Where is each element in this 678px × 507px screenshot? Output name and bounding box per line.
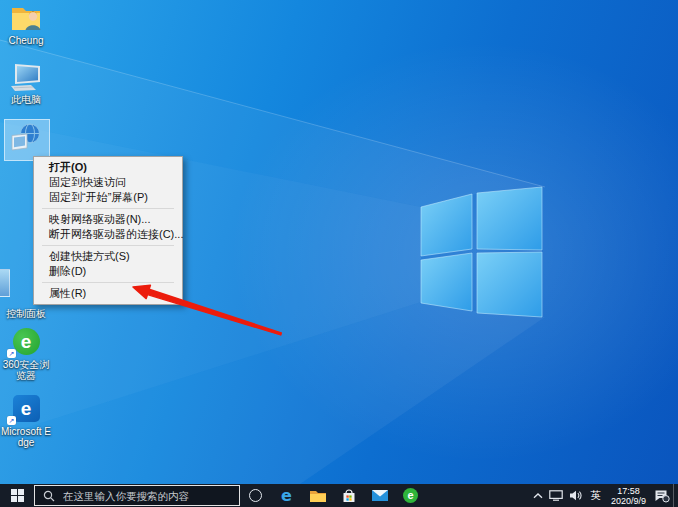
menu-separator xyxy=(42,208,174,209)
microsoft-edge-icon: e ↗ xyxy=(9,394,43,424)
tray-ime-indicator[interactable]: 英 xyxy=(585,484,606,507)
menu-item-delete[interactable]: 删除(D) xyxy=(34,264,182,279)
action-center-icon xyxy=(654,489,670,503)
context-menu: 打开(O) 固定到快速访问 固定到“开始”屏幕(P) 映射网络驱动器(N)...… xyxy=(33,156,183,305)
menu-separator xyxy=(42,245,174,246)
menu-item-pin-quick-access[interactable]: 固定到快速访问 xyxy=(34,175,182,190)
menu-item-map-network-drive[interactable]: 映射网络驱动器(N)... xyxy=(34,212,182,227)
tray-volume-button[interactable] xyxy=(566,484,585,507)
desktop-icon-this-pc[interactable]: 此电脑 xyxy=(0,62,52,105)
360-browser-icon: e xyxy=(403,488,418,503)
tray-show-hidden-icons[interactable] xyxy=(530,484,546,507)
start-button[interactable] xyxy=(0,484,34,507)
file-explorer-icon xyxy=(309,489,327,503)
edge-icon: e xyxy=(281,488,292,504)
windows-logo-icon xyxy=(11,489,24,502)
desktop-icon-control-panel[interactable]: 控制面板 xyxy=(0,306,52,319)
windows-desktop-screen: Cheung 此电脑 xyxy=(0,0,678,507)
desktop-icon-network[interactable] xyxy=(0,122,52,154)
taskbar-mail-button[interactable] xyxy=(364,484,395,507)
desktop-icon-360-browser[interactable]: e ↗ 360安全浏览器 xyxy=(0,327,52,381)
menu-item-disconnect-network-drive[interactable]: 断开网络驱动器的连接(C)... xyxy=(34,227,182,242)
network-status-icon xyxy=(549,490,563,501)
desktop-icon-label: 360安全浏览器 xyxy=(0,359,52,381)
tray-clock[interactable]: 17:58 2020/9/9 xyxy=(606,486,651,506)
system-tray: 英 17:58 2020/9/9 xyxy=(530,484,678,507)
tray-time: 17:58 xyxy=(611,486,646,496)
search-icon xyxy=(43,490,55,502)
taskbar-cortana-button[interactable] xyxy=(240,484,271,507)
desktop-icon-label: 此电脑 xyxy=(11,94,41,105)
taskbar-store-button[interactable] xyxy=(333,484,364,507)
menu-item-create-shortcut[interactable]: 创建快捷方式(S) xyxy=(34,249,182,264)
chevron-up-icon xyxy=(533,493,543,499)
cortana-icon xyxy=(249,489,262,502)
desktop-icon-microsoft-edge[interactable]: e ↗ Microsoft Edge xyxy=(0,394,52,448)
mail-icon xyxy=(371,489,389,502)
desktop-icon-user-folder[interactable]: Cheung xyxy=(0,3,52,46)
menu-item-pin-start[interactable]: 固定到“开始”屏幕(P) xyxy=(34,190,182,205)
shortcut-arrow-icon: ↗ xyxy=(7,416,16,425)
speaker-icon xyxy=(569,490,582,501)
network-icon xyxy=(9,122,43,152)
taskbar-360-button[interactable]: e xyxy=(395,484,426,507)
taskbar-edge-button[interactable]: e xyxy=(271,484,302,507)
desktop-icon-label: Microsoft Edge xyxy=(0,426,52,448)
desktop-icon-label: Cheung xyxy=(8,35,43,46)
menu-separator xyxy=(42,282,174,283)
menu-item-open[interactable]: 打开(O) xyxy=(34,160,182,175)
show-desktop-button[interactable] xyxy=(673,484,678,507)
microsoft-store-icon xyxy=(341,488,357,504)
search-input[interactable] xyxy=(61,489,235,503)
desktop[interactable]: Cheung 此电脑 xyxy=(0,0,678,484)
tray-date: 2020/9/9 xyxy=(611,496,646,506)
tray-action-center-button[interactable] xyxy=(651,484,673,507)
taskbar: e e xyxy=(0,484,678,507)
taskbar-file-explorer-button[interactable] xyxy=(302,484,333,507)
this-pc-icon xyxy=(9,62,43,92)
taskbar-search-box[interactable] xyxy=(34,485,240,506)
360-browser-icon: e ↗ xyxy=(9,327,43,357)
menu-item-properties[interactable]: 属性(R) xyxy=(34,286,182,301)
tray-network-button[interactable] xyxy=(546,484,566,507)
desktop-icon-label: 控制面板 xyxy=(6,308,46,319)
shortcut-arrow-icon: ↗ xyxy=(7,349,16,358)
control-panel-icon-fragment xyxy=(0,269,10,297)
user-folder-icon xyxy=(9,3,43,33)
